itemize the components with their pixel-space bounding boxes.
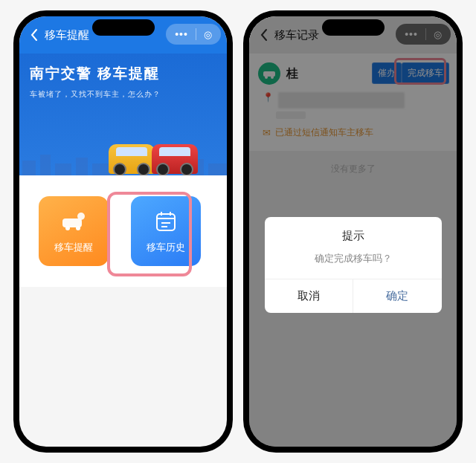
hero-banner: 南宁交警 移车提醒 车被堵了，又找不到车主，怎么办？ — [19, 54, 227, 175]
notch — [92, 19, 155, 36]
nav-title-left: 移车提醒 — [45, 28, 89, 42]
dialog-title: 提示 — [265, 217, 442, 243]
tile-move-history[interactable]: 移车历史 — [131, 196, 201, 266]
phone-right: 移车记录 ••• ◎ 桂 催办 完成移车 📍 — [243, 10, 463, 453]
modal-overlay: 提示 确定完成移车吗？ 取消 确定 — [249, 16, 457, 447]
phone-left: 移车提醒 ••• ◎ 南宁交警 移车提醒 车被堵了，又找不到车主，怎么办？ 移车… — [13, 10, 233, 453]
notch — [322, 19, 385, 36]
tile-move-reminder[interactable]: 移车提醒 — [39, 196, 109, 266]
capsule-separator — [196, 28, 196, 40]
confirm-dialog: 提示 确定完成移车吗？ 取消 确定 — [265, 217, 442, 313]
car-red-icon — [152, 144, 198, 174]
car-icon — [60, 208, 87, 235]
screen-right: 移车记录 ••• ◎ 桂 催办 完成移车 📍 — [249, 16, 457, 447]
tile-grid: 移车提醒 移车历史 — [19, 175, 227, 287]
close-target-icon[interactable]: ◎ — [204, 29, 212, 40]
svg-point-1 — [65, 226, 70, 230]
svg-point-2 — [76, 226, 80, 230]
svg-point-3 — [77, 213, 85, 220]
dialog-message: 确定完成移车吗？ — [265, 243, 442, 279]
cancel-button[interactable]: 取消 — [265, 279, 354, 313]
calendar-icon — [152, 208, 179, 235]
back-icon[interactable] — [27, 28, 42, 42]
screen-left: 移车提醒 ••• ◎ 南宁交警 移车提醒 车被堵了，又找不到车主，怎么办？ 移车… — [19, 16, 227, 447]
tile-reminder-label: 移车提醒 — [54, 241, 93, 254]
dialog-buttons: 取消 确定 — [265, 279, 442, 313]
tile-history-label: 移车历史 — [147, 241, 185, 254]
hero-subtitle: 车被堵了，又找不到车主，怎么办？ — [30, 89, 216, 100]
hero-title: 南宁交警 移车提醒 — [30, 64, 216, 83]
ok-button[interactable]: 确定 — [353, 279, 442, 313]
mini-program-capsule[interactable]: ••• ◎ — [166, 24, 221, 45]
svg-rect-0 — [62, 218, 82, 227]
car-yellow-icon — [109, 144, 155, 174]
